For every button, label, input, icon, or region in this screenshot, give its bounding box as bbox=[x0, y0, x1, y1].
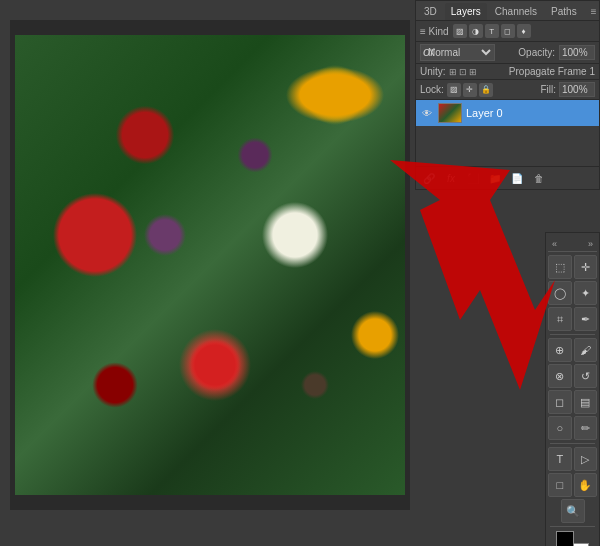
svg-marker-1 bbox=[390, 160, 555, 390]
crop-tool[interactable]: ⌗ bbox=[548, 307, 572, 331]
unity-row: Unity: ⊞ ⊡ ⊞ Propagate Frame 1 bbox=[416, 64, 599, 80]
fill-label: Fill: bbox=[540, 84, 556, 95]
filter-type-icon[interactable]: T bbox=[485, 24, 499, 38]
magic-wand-tool[interactable]: ✦ bbox=[574, 281, 598, 305]
unity-icon-3[interactable]: ⊞ bbox=[469, 67, 477, 77]
toolbox-collapse[interactable]: « bbox=[552, 239, 557, 249]
tool-separator-3 bbox=[550, 526, 594, 527]
history-brush-tool[interactable]: ↺ bbox=[574, 364, 598, 388]
brush-tool[interactable]: 🖌 bbox=[574, 338, 598, 362]
dodge-tool[interactable]: ○ bbox=[548, 416, 572, 440]
filter-adjust-icon[interactable]: ◑ bbox=[469, 24, 483, 38]
pen-tool[interactable]: ✏ bbox=[574, 416, 598, 440]
layer-visibility-toggle[interactable]: 👁 bbox=[420, 106, 434, 120]
tool-row-4: ⊕ 🖌 bbox=[548, 338, 597, 362]
panel-menu-button[interactable]: ≡ bbox=[587, 4, 600, 19]
tool-row-8: T ▷ bbox=[548, 447, 597, 471]
filter-row: ≡ Kind ▨ ◑ T ◻ ♦ bbox=[416, 21, 599, 42]
type-tool[interactable]: T bbox=[548, 447, 572, 471]
layers-panel: 3D Layers Channels Paths ≡ ≡ Kind ▨ ◑ T … bbox=[415, 0, 600, 190]
layers-empty-space bbox=[416, 126, 599, 166]
move-tool[interactable]: ✛ bbox=[574, 255, 598, 279]
clone-tool[interactable]: ⊗ bbox=[548, 364, 572, 388]
lock-all-icon[interactable]: 🔒 bbox=[479, 83, 493, 97]
toolbox-panel: « » ⬚ ✛ ◯ ✦ ⌗ ✒ ⊕ 🖌 ⊗ ↺ ◻ ▤ ○ ✏ T ▷ □ ✋ … bbox=[545, 232, 600, 546]
link-layers-button[interactable]: 🔗 bbox=[420, 170, 438, 186]
tool-row-2: ◯ ✦ bbox=[548, 281, 597, 305]
propagate-label: Propagate Frame 1 bbox=[509, 66, 595, 77]
rectangle-tool[interactable]: □ bbox=[548, 473, 572, 497]
new-group-button[interactable]: 📁 bbox=[486, 170, 504, 186]
tab-3d[interactable]: 3D bbox=[418, 3, 443, 20]
fx-button[interactable]: fx bbox=[442, 170, 460, 186]
tool-separator-2 bbox=[550, 443, 594, 444]
lock-icons: ▨ ✛ 🔒 bbox=[447, 83, 493, 97]
filter-pixel-icon[interactable]: ▨ bbox=[453, 24, 467, 38]
layer-bottom-bar: 🔗 fx ⬛ 📁 📄 🗑 bbox=[416, 166, 599, 189]
lock-pixel-icon[interactable]: ▨ bbox=[447, 83, 461, 97]
opacity-label: Opacity: bbox=[518, 47, 555, 58]
tab-channels[interactable]: Channels bbox=[489, 3, 543, 20]
lock-row: Lock: ▨ ✛ 🔒 Fill: bbox=[416, 80, 599, 100]
toolbox-expand[interactable]: » bbox=[588, 239, 593, 249]
tool-row-10: 🔍 bbox=[548, 499, 597, 523]
tool-separator-1 bbox=[550, 334, 594, 335]
unity-label: Unity: bbox=[420, 66, 446, 77]
tab-layers[interactable]: Layers bbox=[445, 3, 487, 20]
eyedropper-tool[interactable]: ✒ bbox=[574, 307, 598, 331]
lock-label: Lock: bbox=[420, 84, 444, 95]
canvas-area bbox=[10, 20, 410, 510]
spot-heal-tool[interactable]: ⊕ bbox=[548, 338, 572, 362]
tool-row-6: ◻ ▤ bbox=[548, 390, 597, 414]
unity-icon-2[interactable]: ⊡ bbox=[459, 67, 467, 77]
marquee-tool[interactable]: ⬚ bbox=[548, 255, 572, 279]
tool-row-1: ⬚ ✛ bbox=[548, 255, 597, 279]
filter-icons: ▨ ◑ T ◻ ♦ bbox=[453, 24, 531, 38]
tab-paths[interactable]: Paths bbox=[545, 3, 583, 20]
filter-label: ≡ Kind bbox=[420, 26, 449, 37]
unity-icon-1[interactable]: ⊞ bbox=[449, 67, 457, 77]
lock-move-icon[interactable]: ✛ bbox=[463, 83, 477, 97]
lasso-tool[interactable]: ◯ bbox=[548, 281, 572, 305]
eraser-tool[interactable]: ◻ bbox=[548, 390, 572, 414]
gradient-tool[interactable]: ▤ bbox=[574, 390, 598, 414]
path-selection-tool[interactable]: ▷ bbox=[574, 447, 598, 471]
hand-tool[interactable]: ✋ bbox=[574, 473, 598, 497]
filter-shape-icon[interactable]: ◻ bbox=[501, 24, 515, 38]
add-mask-button[interactable]: ⬛ bbox=[464, 170, 482, 186]
color-swatch-area: ↺ bbox=[548, 531, 597, 546]
or-label: or bbox=[423, 44, 435, 59]
tool-row-9: □ ✋ bbox=[548, 473, 597, 497]
tool-row-7: ○ ✏ bbox=[548, 416, 597, 440]
fill-input[interactable] bbox=[559, 82, 595, 97]
zoom-tool[interactable]: 🔍 bbox=[561, 499, 585, 523]
unity-icons: ⊞ ⊡ ⊞ bbox=[449, 67, 477, 77]
layer-thumbnail bbox=[438, 103, 462, 123]
filter-smart-icon[interactable]: ♦ bbox=[517, 24, 531, 38]
foreground-color-swatch[interactable] bbox=[556, 531, 574, 546]
blend-row: Normal Opacity: bbox=[416, 42, 599, 64]
delete-layer-button[interactable]: 🗑 bbox=[530, 170, 548, 186]
flower-image bbox=[15, 35, 405, 495]
tool-row-3: ⌗ ✒ bbox=[548, 307, 597, 331]
opacity-input[interactable] bbox=[559, 45, 595, 60]
layer-item[interactable]: 👁 Layer 0 bbox=[416, 100, 599, 126]
photo-canvas bbox=[15, 35, 405, 495]
layer-name: Layer 0 bbox=[466, 107, 595, 119]
panel-tabs: 3D Layers Channels Paths ≡ bbox=[416, 1, 599, 21]
tool-row-5: ⊗ ↺ bbox=[548, 364, 597, 388]
new-layer-button[interactable]: 📄 bbox=[508, 170, 526, 186]
